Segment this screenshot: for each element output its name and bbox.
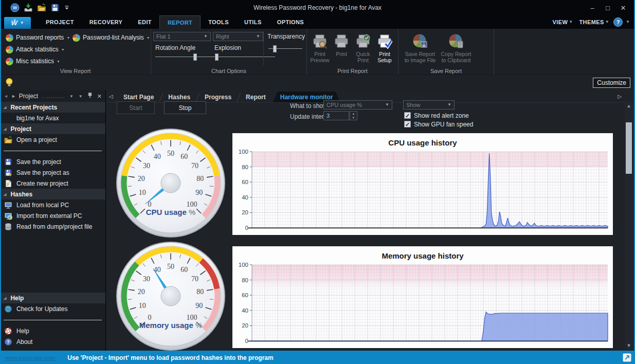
folder-open-icon [4,136,12,144]
menu-tab-tools[interactable]: TOOLS [201,15,237,29]
start-button[interactable]: Start [117,101,155,114]
app-menu-button[interactable]: Ŵ▼ [4,17,31,29]
tab-report[interactable]: Report [239,92,273,102]
svg-text:10: 10 [139,189,146,196]
sidebar-item-about[interactable]: ?About [0,336,105,347]
vertical-scrollbar[interactable]: ▲ ▼ [625,102,633,350]
ribbon-button-password-list-analysis[interactable]: Password-list Analysis▼ [72,33,150,42]
collapse-triangle-icon: ◢ [4,105,6,110]
checkbox-box[interactable]: ✓ [404,121,411,128]
legend-position-dropdown[interactable]: Right▼ [213,32,263,41]
sidebar-group-help[interactable]: ◢Help [0,293,105,303]
open-project-icon[interactable] [37,3,46,12]
ribbon-button-password-reports[interactable]: Password reports▼ [5,33,70,42]
scroll-down-icon[interactable]: ▼ [625,341,633,350]
spin-down-icon[interactable]: ▼ [352,116,355,119]
what-to-show-dropdown[interactable]: CPU usage %▼ [323,100,392,110]
transparency-slider[interactable] [268,45,302,52]
menu-tab-themes[interactable]: THEMES▼ [577,15,612,29]
sidebar-item-open-a-project[interactable]: Open a project [0,134,105,145]
ribbon-button-quick-print[interactable]: Quick Print [352,32,374,64]
window-border-left [0,0,1,364]
sidebar-item-import-from-external-pc[interactable]: Import from external PC [0,210,105,221]
ribbon-button-misc-statistics[interactable]: Misc statistics▼ [5,57,60,65]
scroll-up-icon[interactable]: ▲ [625,102,633,110]
app-logo-icon: W [10,3,20,12]
title-bar: W Wireless Password Recovery - big1ne fo… [0,0,635,15]
menu-tab-view[interactable]: VIEW▼ [550,15,575,29]
checkbox-show-gpu-fan-speed[interactable]: ✓Show GPU fan speed [404,120,473,129]
import-hashes-icon[interactable] [24,3,33,12]
sidebar-item-help[interactable]: Help [0,325,105,336]
help-icon[interactable]: ? [613,17,623,27]
ribbon-button-attack-statistics[interactable]: Attack statistics▼ [5,45,65,53]
sidebar-group-recent-projects[interactable]: ◢Recent Projects [0,102,105,113]
slider-thumb[interactable] [273,45,277,52]
sidebar-item-save-the-project-as[interactable]: Save the project as [0,167,105,178]
ribbon-group-print-report: Print Report Print PreviewPrintQuick Pri… [307,29,398,75]
scrollbar-thumb[interactable] [626,122,632,174]
sidebar-item-load-from-local-pc[interactable]: Load from local PC [0,199,105,210]
ribbon-button-print[interactable]: Print [331,32,352,57]
resize-grip-icon[interactable] [623,353,631,362]
chevron-down-icon: ▼ [204,34,208,39]
explosion-slider[interactable] [214,53,275,61]
passcape-link[interactable]: www.passcape.com [5,355,55,361]
chevron-down-icon[interactable]: ▼ [68,94,75,99]
menu-tab-options[interactable]: OPTIONS [269,15,312,29]
menu-tab-report[interactable]: REPORT [159,15,201,29]
tab-progress[interactable]: Progress [197,92,239,102]
pin-icon[interactable] [87,92,93,100]
sidebar-group-project[interactable]: ◢Project [0,123,105,134]
sidebar-item-big1ne-for-avax[interactable]: big1ne for Avax [0,113,105,123]
menu-tabs: PROJECTRECOVERYEDITREPORTTOOLSUTILSOPTIO… [38,15,312,29]
menu-tab-recovery[interactable]: RECOVERY [82,15,131,29]
nav-forward-icon[interactable]: ► [11,94,16,99]
save-project-icon[interactable] [50,3,60,12]
sidebar-group-hashes[interactable]: ◢Hashes [0,189,105,199]
close-panel-icon[interactable]: ✕ [96,93,102,100]
stop-button[interactable]: Stop [164,101,206,114]
tab-scroll-left-icon[interactable]: ◁ [109,94,113,99]
updates-globe-icon [4,305,12,313]
ribbon-button-copy-report-to-clipboard[interactable]: Copy Report to Clipboard [439,32,474,64]
menu-tab-utils[interactable]: UTILS [237,15,269,29]
sidebar-item-check-for-updates[interactable]: Check for Updates [0,303,105,314]
update-interval-stepper[interactable]: ▲▼ [350,111,357,120]
ribbon-button-save-report-to-image-file[interactable]: Save Report to Image File [403,32,438,64]
ribbon-button-print-setup[interactable]: Print Setup [374,32,395,64]
slider-thumb[interactable] [215,53,219,61]
spin-up-icon[interactable]: ▲ [352,112,355,115]
svg-text:40: 40 [242,194,248,201]
sidebar-item-read-from-dump-project-file[interactable]: Read from dump/project file [0,221,105,232]
checkbox-box[interactable]: ✓ [404,112,411,119]
maximize-button[interactable]: □ [600,2,615,14]
svg-text:70: 70 [191,275,198,283]
ribbon-button-print-preview[interactable]: Print Preview [309,32,331,64]
ribbon-group-label: Chart Options [151,68,306,74]
customize-button[interactable]: Customize [593,78,630,88]
qat-customize-icon[interactable] [64,5,70,11]
menu-tab-project[interactable]: PROJECT [38,15,82,29]
chevron-down-icon: ▼ [569,20,573,24]
close-button[interactable]: ✕ [615,2,631,14]
panel-menu-icon[interactable]: ▼ [78,94,84,99]
menu-tab-edit[interactable]: EDIT [130,15,159,29]
show-dropdown[interactable]: Show▼ [403,100,455,110]
update-interval-input[interactable]: 3 [323,111,349,120]
ribbon-group-label: Print Report [307,68,398,74]
pie-chart-icon [5,33,13,42]
tab-scroll-right-icon[interactable]: ▷ [618,94,622,99]
pie-chart-icon [5,57,13,65]
minimize-button[interactable]: – [585,2,600,14]
slider-thumb[interactable] [193,53,197,61]
sidebar-item-save-the-project[interactable]: Save the project [0,156,105,167]
svg-text:70: 70 [191,162,198,170]
tab-hashes[interactable]: Hashes [161,92,197,102]
checkbox-show-red-alert-zone[interactable]: ✓Show red alert zone [404,111,473,120]
chart-style-dropdown[interactable]: Flat 1▼ [153,32,211,41]
tab-start-page[interactable]: Start Page [116,92,161,102]
nav-back-icon[interactable]: ◄ [4,94,8,99]
svg-text:80: 80 [242,164,248,170]
sidebar-item-create-new-project[interactable]: Create new project [0,178,105,189]
